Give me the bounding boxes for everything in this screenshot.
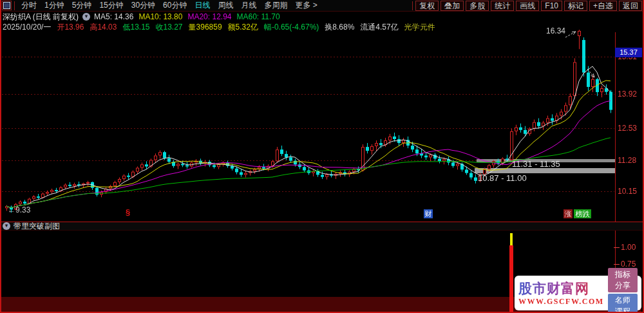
price-band-label: 11.31 - 11.35 <box>512 159 560 169</box>
info-segment: 量396859 <box>189 22 222 32</box>
price-band-label: 10.87 - 11.00 <box>478 173 527 183</box>
period-tab[interactable]: 30分钟 <box>128 0 159 11</box>
ohlc-info-bar: 2025/10/20/一开13.96高14.03低13.15收13.27量396… <box>3 22 435 32</box>
losers-rank-badge[interactable]: 榜跌 <box>574 209 591 218</box>
watermark-url: WWW.GSCFW.COM <box>518 297 604 307</box>
toolbar-buttons: 复权叠加多股统计画线F10标记+自选返回 <box>415 1 644 11</box>
price-axis-label: 13.92 <box>618 90 637 99</box>
candlestick-chart-canvas[interactable] <box>0 0 644 313</box>
watermark[interactable]: 股市财富网 WWW.GSCFW.COM 指标分享 名师课程 <box>515 276 641 310</box>
period-tab[interactable]: 日线 <box>191 0 214 11</box>
ma-value: MA60: 11.70 <box>236 12 279 21</box>
info-segment: 幅-0.65(-4.67%) <box>264 22 319 32</box>
price-axis-label: 12.53 <box>618 124 637 133</box>
info-segment: 开13.96 <box>57 22 84 32</box>
info-segment: 换8.68% <box>325 22 354 32</box>
high-price-annotation: 16.34 <box>546 26 565 35</box>
period-tab[interactable]: 60分钟 <box>159 0 191 11</box>
ma-legend: MA5: 14.36MA10: 13.80MA20: 12.94MA60: 11… <box>94 12 285 21</box>
price-axis-label: 11.28 <box>618 156 636 165</box>
period-tab[interactable]: 更多 > <box>291 0 321 11</box>
toolbar-button[interactable]: +自选 <box>589 1 617 11</box>
subchart-axis-label: 1.00 <box>621 243 636 252</box>
ma-value: MA5: 14.36 <box>94 12 133 21</box>
period-tab[interactable]: 15分钟 <box>95 0 127 11</box>
last-price-marker: 15.37 <box>615 48 642 57</box>
toolbar-separator <box>14 1 15 10</box>
info-segment: 高14.03 <box>90 22 117 32</box>
watermark-badge-indicator-share: 指标分享 <box>608 268 638 292</box>
price-axis-label: 10.15 <box>618 187 637 196</box>
subchart-title: 带里突破副图 <box>14 221 60 232</box>
toolbar-button[interactable]: 叠加 <box>440 1 464 11</box>
subchart-header: ▾ 带里突破副图 <box>0 222 644 231</box>
low-price-annotation: ←9.33 <box>8 205 30 214</box>
toolbar-button[interactable]: 画线 <box>516 1 539 11</box>
ex-rights-marker: § <box>126 207 130 217</box>
info-segment: 低13.15 <box>122 22 149 32</box>
toolbar-separator-right <box>412 1 413 10</box>
toolbar-button[interactable]: F10 <box>541 1 562 11</box>
watermark-site-name: 股市财富网 <box>518 280 604 297</box>
gainers-badge[interactable]: 涨 <box>564 209 573 218</box>
ma-value: MA10: 13.80 <box>138 12 182 21</box>
period-tabs: 分时1分钟5分钟15分钟30分钟60分钟日线周线月线多周期更多 > <box>17 0 321 11</box>
period-tab[interactable]: 周线 <box>214 0 237 11</box>
period-tab[interactable]: 多周期 <box>260 0 291 11</box>
toolbar-button[interactable]: 返回 <box>619 1 642 11</box>
toolbar-button[interactable]: 多股 <box>466 1 489 11</box>
watermark-text-block: 股市财富网 WWW.GSCFW.COM <box>518 280 604 307</box>
stock-info-bar: 深纺织A (日线 前复权) ▾ MA5: 14.36MA10: 13.80MA2… <box>3 12 285 22</box>
info-segment: 额5.32亿 <box>228 22 258 32</box>
finance-badge[interactable]: 财 <box>424 209 433 218</box>
info-segment: 流通4.57亿 <box>360 22 398 32</box>
period-tab[interactable]: 月线 <box>237 0 260 11</box>
toolbar-button[interactable]: 复权 <box>415 1 439 11</box>
window-icon[interactable] <box>2 1 12 10</box>
period-tab[interactable]: 5分钟 <box>68 0 96 11</box>
period-tab[interactable]: 分时 <box>17 0 41 11</box>
chevron-down-icon[interactable]: ▾ <box>82 13 90 21</box>
info-segment: 光学元件 <box>404 22 435 32</box>
info-segment: 2025/10/20/一 <box>3 22 51 32</box>
chevron-down-icon[interactable]: ▾ <box>3 222 10 230</box>
period-tab[interactable]: 1分钟 <box>41 0 68 11</box>
period-toolbar: 分时1分钟5分钟15分钟30分钟60分钟日线周线月线多周期更多 > 复权叠加多股… <box>0 0 644 12</box>
watermark-badges: 指标分享 名师课程 <box>608 267 638 313</box>
tdx-window: 分时1分钟5分钟15分钟30分钟60分钟日线周线月线多周期更多 > 复权叠加多股… <box>0 0 644 313</box>
ma-value: MA20: 12.94 <box>187 12 231 21</box>
window-icon-glyph <box>3 2 10 9</box>
watermark-badge-teacher-course: 名师课程 <box>608 294 638 313</box>
toolbar-button[interactable]: 标记 <box>564 1 587 11</box>
info-segment: 收13.27 <box>156 22 183 32</box>
window-border-left <box>0 0 1 313</box>
toolbar-button[interactable]: 统计 <box>491 1 514 11</box>
stock-title: 深纺织A (日线 前复权) <box>3 12 79 23</box>
